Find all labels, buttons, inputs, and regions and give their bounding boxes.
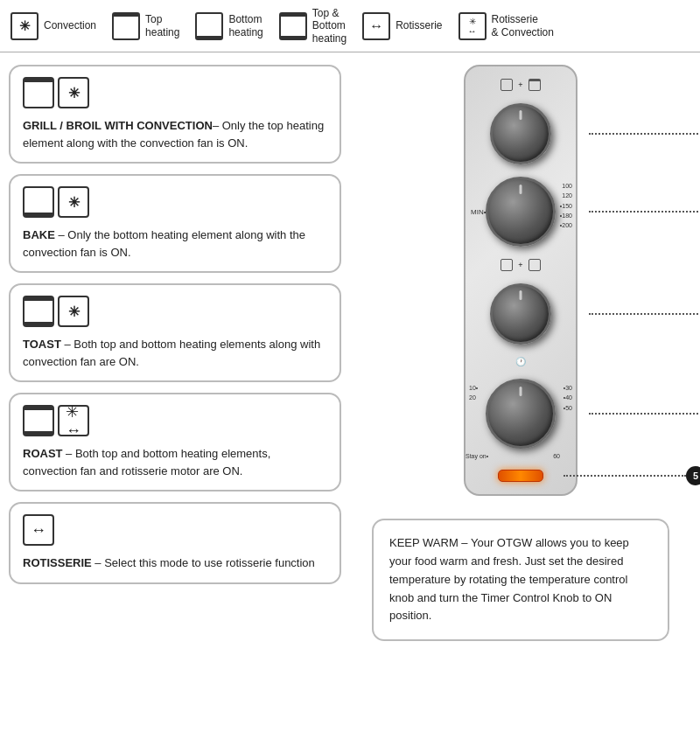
rotisserie-card-icon-roast: ✳↔ bbox=[58, 405, 89, 436]
convection-card-icon-bake: ✳ bbox=[58, 186, 89, 218]
legend-item-top-bottom-heating: Top &Bottomheating bbox=[279, 7, 346, 45]
mode-icons-grill: ✳ bbox=[23, 77, 327, 108]
knob-row-2: MIN• 100 120 •150 •180 •200 bbox=[472, 177, 569, 247]
bottom-heating-card-icon bbox=[23, 186, 54, 218]
min-label: MIN• bbox=[471, 208, 486, 216]
mode-desc-rotisserie: – Select this mode to use rotisserie fun… bbox=[92, 556, 315, 569]
legend-label-top-heating: Topheating bbox=[145, 13, 179, 38]
oven-mini-box-3 bbox=[500, 259, 513, 271]
top-bottom-heating-icon bbox=[279, 12, 307, 40]
callout-dots-5 bbox=[564, 475, 686, 477]
mode-title-roast: ROAST bbox=[23, 447, 63, 460]
stay-on-label: Stay on• bbox=[466, 453, 488, 459]
rotisserie-only-card-icon: ↔ bbox=[23, 514, 54, 546]
diagram-wrapper: + 1 MIN• bbox=[372, 65, 669, 496]
mode-icons-bake: ✳ bbox=[23, 186, 327, 218]
timer-60-label: 60 bbox=[553, 453, 560, 459]
rotisserie-icon: ↔ bbox=[362, 12, 390, 40]
oven-mini-box-1 bbox=[500, 79, 513, 91]
rotisserie-conv-icon: ✳ ↔ bbox=[458, 12, 486, 40]
main-content: ✳ GRILL / BROIL WITH CONVECTION– Only th… bbox=[0, 52, 700, 653]
mode-desc-bake: – Only the bottom heating element along … bbox=[23, 228, 305, 259]
mode-icons-roast: ✳↔ bbox=[23, 405, 327, 436]
keep-warm-box: KEEP WARM – Your OTGW allows you to keep… bbox=[372, 519, 669, 641]
timer-scale: •30 •40 •50 bbox=[564, 383, 572, 413]
mode-text-grill: GRILL / BROIL WITH CONVECTION– Only the … bbox=[23, 117, 327, 151]
mode-text-roast: ROAST – Both top and bottom heating elem… bbox=[23, 445, 327, 479]
function-knob[interactable] bbox=[490, 103, 551, 164]
knob-row-1: 1 bbox=[472, 103, 569, 164]
mode-card-roast: ✳↔ ROAST – Both top and bottom heating e… bbox=[9, 393, 341, 492]
knob-row-3: 3 bbox=[472, 283, 569, 345]
legend-item-top-heating: Topheating bbox=[112, 12, 179, 40]
keep-warm-text: KEEP WARM – Your OTGW allows you to keep… bbox=[389, 536, 629, 622]
timer-scale-left: 10• 20 bbox=[469, 383, 478, 402]
legend-label-convection: Convection bbox=[44, 19, 96, 31]
temperature-knob[interactable] bbox=[486, 177, 556, 247]
callout-dots-2 bbox=[589, 211, 700, 213]
right-panel: + 1 MIN• bbox=[341, 65, 691, 641]
temp-scale: 100 120 •150 •180 •200 bbox=[560, 181, 572, 230]
callout-3: 3 bbox=[589, 304, 700, 324]
mode-icons-toast: ✳ bbox=[23, 296, 327, 327]
mode-card-rotisserie: ↔ ROTISSERIE – Select this mode to use r… bbox=[9, 502, 341, 584]
mode-card-toast: ✳ TOAST – Both top and bottom heating el… bbox=[9, 283, 341, 382]
oven-top-icons: + bbox=[500, 79, 540, 91]
legend-item-convection: ✳ Convection bbox=[10, 12, 96, 40]
legend-label-rotisserie-conv: Rotisserie& Convection bbox=[492, 13, 554, 38]
mode-text-toast: TOAST – Both top and bottom heating elem… bbox=[23, 336, 327, 370]
convection-card-icon: ✳ bbox=[58, 77, 89, 108]
legend-item-rotisserie-convection: ✳ ↔ Rotisserie& Convection bbox=[458, 12, 554, 40]
callout-4: 4 bbox=[589, 404, 700, 423]
knob-tick-1 bbox=[520, 110, 522, 120]
mode-title-bake: BAKE bbox=[23, 228, 55, 241]
knob-tick-2 bbox=[520, 185, 522, 194]
mode-title-rotisserie: ROTISSERIE bbox=[23, 556, 92, 569]
indicator-light bbox=[498, 470, 543, 482]
oven-mini-box-4 bbox=[528, 259, 541, 271]
oven-mini-box-2 bbox=[528, 79, 541, 91]
mode-text-rotisserie: ROTISSERIE – Select this mode to use rot… bbox=[23, 554, 327, 572]
mode-card-bake: ✳ BAKE – Only the bottom heating element… bbox=[9, 174, 341, 273]
left-panel: ✳ GRILL / BROIL WITH CONVECTION– Only th… bbox=[9, 65, 341, 641]
mode-icons-rotisserie: ↔ bbox=[23, 514, 327, 546]
topbottom-heating-card-icon bbox=[23, 296, 54, 327]
mode-card-grill: ✳ GRILL / BROIL WITH CONVECTION– Only th… bbox=[9, 65, 341, 164]
mode-desc-toast: – Both top and bottom heating elements a… bbox=[23, 338, 320, 368]
oven-mini-plus: + bbox=[518, 80, 522, 89]
top-heating-card-icon bbox=[23, 77, 54, 108]
callout-2: 2 bbox=[589, 202, 700, 221]
callout-dots-1 bbox=[589, 133, 700, 135]
topbottom-heating-card-icon-roast bbox=[23, 405, 54, 436]
oven-plus-2: + bbox=[518, 261, 522, 269]
timer-icon-row: 🕐 bbox=[515, 357, 526, 366]
knob-tick-4 bbox=[520, 387, 522, 396]
legend-bar: ✳ Convection Topheating Bottomheating To… bbox=[0, 0, 700, 52]
knob-row-4: •30 •40 •50 10• 20 Stay on• 60 bbox=[472, 379, 569, 449]
top-heating-icon bbox=[112, 12, 140, 40]
second-function-knob[interactable] bbox=[490, 283, 551, 345]
legend-label-bottom-heating: Bottomheating bbox=[228, 13, 262, 38]
bottom-heating-icon bbox=[195, 12, 223, 40]
timer-knob[interactable] bbox=[486, 379, 556, 449]
convection-card-icon-toast: ✳ bbox=[58, 296, 89, 327]
callout-dots-3 bbox=[589, 313, 700, 315]
mode-text-bake: BAKE – Only the bottom heating element a… bbox=[23, 227, 327, 261]
mode-title-grill: GRILL / BROIL WITH CONVECTION bbox=[23, 119, 213, 132]
knob-tick-3 bbox=[520, 290, 522, 300]
callout-dots-4 bbox=[589, 413, 700, 415]
callout-1: 1 bbox=[589, 124, 700, 143]
indicator-light-row: 5 bbox=[498, 470, 543, 482]
oven-panel: + 1 MIN• bbox=[464, 65, 578, 496]
callout-number-5: 5 bbox=[686, 466, 700, 485]
callout-5: 5 bbox=[564, 466, 700, 485]
legend-item-bottom-heating: Bottomheating bbox=[195, 12, 262, 40]
oven-interior-icons: + bbox=[500, 259, 540, 271]
mode-title-toast: TOAST bbox=[23, 338, 61, 351]
convection-icon: ✳ bbox=[10, 12, 38, 40]
legend-label-top-bottom-heating: Top &Bottomheating bbox=[312, 7, 346, 45]
legend-label-rotisserie: Rotisserie bbox=[396, 19, 442, 31]
legend-item-rotisserie: ↔ Rotisserie bbox=[362, 12, 442, 40]
